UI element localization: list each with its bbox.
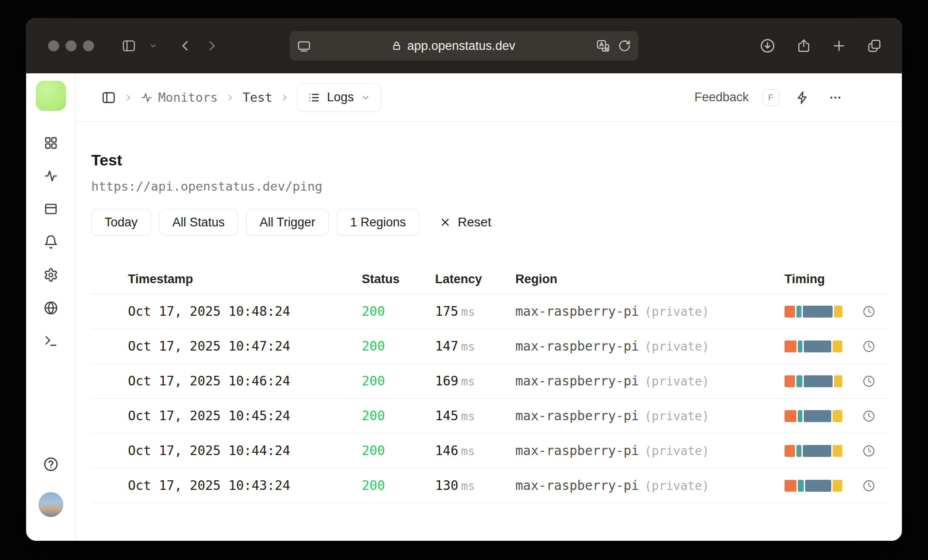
column-region: Region (515, 272, 784, 286)
row-latency-unit: ms (461, 375, 475, 388)
row-region-note: (private) (645, 409, 709, 423)
new-tab-icon[interactable] (832, 39, 846, 53)
filter-status-button[interactable]: All Status (159, 209, 238, 236)
row-region: max-raspberry-pi (515, 408, 639, 423)
globe-icon[interactable] (44, 301, 58, 315)
breadcrumb-page[interactable]: Test (243, 90, 272, 104)
row-region: max-raspberry-pi (515, 304, 639, 319)
activity-icon (141, 92, 153, 104)
row-status: 200 (362, 478, 435, 493)
row-latency-unit: ms (461, 305, 475, 318)
timing-bar (784, 340, 844, 352)
ellipsis-icon[interactable] (826, 88, 845, 107)
download-icon[interactable] (760, 38, 775, 54)
column-status: Status (362, 272, 435, 286)
timing-bar (784, 306, 844, 318)
back-icon[interactable] (178, 39, 192, 53)
row-latency-value: 169 (435, 373, 458, 389)
row-timestamp: Oct 17, 2025 10:48:24 (128, 304, 362, 319)
row-latency-value: 145 (435, 408, 458, 423)
clock-icon[interactable] (862, 340, 875, 353)
table-row[interactable]: Oct 17, 2025 10:46:24 200 169ms max-rasp… (91, 364, 889, 399)
dashboard-grid-icon[interactable] (44, 136, 58, 150)
row-region: max-raspberry-pi (515, 478, 639, 493)
filter-trigger-button[interactable]: All Trigger (246, 209, 329, 236)
filter-bar: Today All Status All Trigger 1 Regions R… (91, 209, 889, 236)
close-window-button[interactable] (48, 40, 59, 51)
terminal-icon[interactable] (44, 334, 58, 348)
list-icon (308, 91, 320, 104)
timing-segment-transfer (834, 306, 842, 318)
app-sidebar (26, 73, 76, 541)
help-icon[interactable] (43, 456, 59, 472)
logs-dropdown-button[interactable]: Logs (297, 83, 381, 112)
row-latency-unit: ms (461, 410, 475, 423)
timing-segment-dns (784, 480, 796, 492)
page-settings-icon[interactable] (297, 39, 311, 53)
row-region-note: (private) (645, 340, 709, 353)
url-text: app.openstatus.dev (407, 39, 515, 53)
row-region: max-raspberry-pi (515, 373, 639, 389)
tab-overview-icon[interactable] (867, 38, 882, 53)
feedback-link[interactable]: Feedback (694, 90, 749, 104)
address-bar[interactable]: app.openstatus.dev (290, 31, 638, 60)
user-avatar[interactable] (39, 492, 63, 517)
table-row[interactable]: Oct 17, 2025 10:45:24 200 145ms max-rasp… (91, 399, 889, 434)
translate-icon[interactable] (596, 39, 610, 53)
workspace-logo[interactable] (36, 81, 66, 111)
table-row[interactable]: Oct 17, 2025 10:47:24 200 147ms max-rasp… (91, 329, 889, 364)
clock-icon[interactable] (862, 305, 875, 318)
timing-segment-transfer (833, 340, 842, 352)
row-region: max-raspberry-pi (515, 443, 639, 458)
zoom-window-button[interactable] (83, 40, 94, 51)
timing-segment-ttfb (804, 410, 831, 422)
panel-toggle-icon[interactable] (101, 90, 116, 105)
monitors-activity-icon[interactable] (44, 169, 58, 183)
breadcrumb-monitors-label: Monitors (158, 90, 218, 104)
timing-segment-dns (784, 340, 796, 352)
browser-window: app.openstatus.dev (26, 18, 902, 541)
status-pages-panel-icon[interactable] (44, 202, 58, 216)
page-title: Test (91, 151, 889, 169)
reset-filters-label: Reset (458, 215, 491, 230)
filter-regions-button[interactable]: 1 Regions (337, 209, 420, 236)
timing-segment-transfer (833, 410, 842, 422)
clock-icon[interactable] (862, 410, 875, 423)
row-region-note: (private) (645, 305, 709, 318)
timing-segment-connect (796, 445, 801, 457)
chevron-right-icon (225, 93, 235, 103)
clock-icon[interactable] (862, 375, 875, 388)
row-latency-unit: ms (461, 340, 475, 353)
lightning-icon[interactable] (793, 88, 812, 107)
timing-segment-transfer (833, 480, 842, 492)
sidebar-chevron-down-icon[interactable] (149, 42, 157, 50)
row-status: 200 (362, 304, 435, 319)
forward-icon[interactable] (205, 39, 219, 53)
settings-gear-icon[interactable] (44, 268, 58, 282)
filter-date-button[interactable]: Today (91, 209, 151, 236)
row-latency-unit: ms (461, 479, 475, 493)
table-row[interactable]: Oct 17, 2025 10:48:24 200 175ms max-rasp… (91, 294, 889, 329)
sidebar-toggle-icon[interactable] (122, 38, 136, 53)
reload-icon[interactable] (618, 39, 631, 52)
clock-icon[interactable] (862, 479, 875, 492)
chevron-down-icon (360, 93, 370, 103)
monitor-endpoint: https://api.openstatus.dev/ping (91, 179, 889, 193)
notifications-bell-icon[interactable] (44, 235, 58, 249)
lock-icon (392, 41, 402, 51)
row-region-note: (private) (645, 479, 709, 493)
row-latency-value: 175 (435, 304, 458, 319)
clock-icon[interactable] (862, 445, 875, 457)
timing-bar (784, 480, 844, 492)
table-row[interactable]: Oct 17, 2025 10:44:24 200 146ms max-rasp… (91, 434, 889, 468)
timing-segment-dns (784, 306, 795, 318)
column-timestamp: Timestamp (128, 272, 362, 286)
minimize-window-button[interactable] (66, 40, 77, 51)
breadcrumb-monitors[interactable]: Monitors (141, 90, 218, 104)
timing-segment-connect (798, 410, 802, 422)
timing-segment-ttfb (803, 445, 831, 457)
table-row[interactable]: Oct 17, 2025 10:43:24 200 130ms max-rasp… (91, 468, 889, 503)
reset-filters-button[interactable]: Reset (439, 215, 491, 230)
timing-segment-connect (796, 306, 801, 318)
share-icon[interactable] (796, 38, 811, 53)
